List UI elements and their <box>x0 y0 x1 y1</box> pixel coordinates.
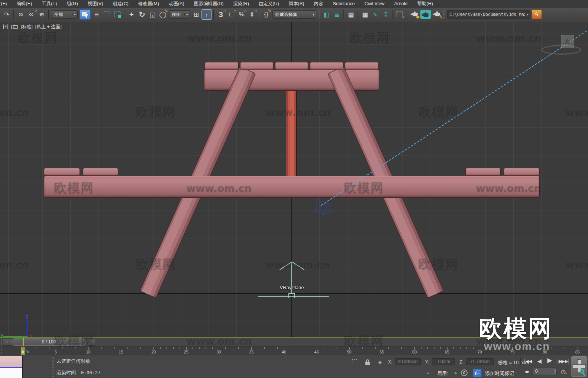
menu-item-12[interactable]: 内容 <box>309 0 328 8</box>
goto-end-button[interactable]: ▶▶| <box>560 357 571 366</box>
menu-item-3[interactable]: 组(G) <box>62 0 83 8</box>
window-crossing-toggle-icon[interactable] <box>112 9 123 20</box>
below-ground-shade <box>0 294 588 337</box>
viewcube[interactable]: 左 <box>561 35 574 48</box>
render-production-icon[interactable]: ϟ <box>431 9 442 20</box>
snaps-toggle-3d-icon[interactable]: 3∩ <box>216 9 226 20</box>
coord-z-field[interactable]: 71.739cm <box>466 358 494 365</box>
align-icon[interactable]: ≣ <box>332 9 342 20</box>
use-pivot-point-center-icon[interactable]: ⊞ <box>191 9 201 20</box>
isolate-selection-button[interactable] <box>351 358 359 366</box>
select-by-name-icon[interactable]: ≡ <box>91 9 102 20</box>
menu-item-15[interactable]: Arnold <box>389 0 412 8</box>
ribbon-toggle-icon[interactable]: ▦ <box>360 9 370 20</box>
time-configuration-button[interactable]: ◷* <box>559 367 569 376</box>
viewport-general-menu[interactable]: [+] <box>3 24 8 30</box>
coord-y-field[interactable]: -0.0cm <box>432 358 455 365</box>
rendered-frame-window-icon[interactable] <box>420 10 431 19</box>
current-frame-field[interactable]: 0 ▴▾ <box>533 368 557 375</box>
viewport-pov-menu[interactable]: [左] <box>11 24 18 30</box>
zero-badge[interactable]: 0 <box>461 369 468 376</box>
set-key-button[interactable] <box>571 356 587 377</box>
select-and-place-icon[interactable]: ◯✎ <box>158 9 168 20</box>
ruler-tick <box>225 347 226 349</box>
render-time-value: 0:00:27 <box>81 370 101 375</box>
ruler-tick <box>330 347 330 349</box>
edit-named-selection-sets-icon[interactable]: {}✎ <box>261 9 271 20</box>
menu-item-16[interactable]: 帮助(H) <box>413 0 438 8</box>
schematic-view-icon[interactable]: ↧ <box>381 9 391 20</box>
play-button[interactable]: ▶ <box>545 356 555 365</box>
goto-start-button[interactable]: |◀◀ <box>523 357 534 366</box>
select-object-button[interactable] <box>80 9 91 20</box>
menu-item-11[interactable]: 脚本(S) <box>284 0 309 8</box>
mirror-icon[interactable]: ◧ <box>321 9 332 20</box>
toolbar-separator <box>392 10 393 19</box>
menu-item-8[interactable]: 图形编辑器(D) <box>189 0 229 8</box>
bind-to-space-warp-icon[interactable]: ≋ <box>36 9 47 20</box>
named-selection-sets-dropdown[interactable]: 创建选择集▾ <box>272 10 316 19</box>
select-and-scale-icon[interactable]: ◱ <box>147 9 158 20</box>
frame-spinner[interactable]: ▴▾ <box>554 368 556 375</box>
macro-recorder-pane[interactable] <box>0 356 22 367</box>
menu-item-5[interactable]: 创建(C) <box>108 0 133 8</box>
menu-item-14[interactable]: Civil View <box>359 0 389 8</box>
select-and-manipulate-icon[interactable]: ↑ <box>201 9 212 20</box>
menu-item-13[interactable]: Substance <box>328 0 359 8</box>
ruler-tick <box>193 347 193 349</box>
menu-item-4[interactable]: 视图(V) <box>83 0 108 8</box>
menu-item-2[interactable]: 工具(T) <box>37 0 62 8</box>
coord-x-field[interactable]: 20.306cm <box>395 358 421 365</box>
menu-item-0[interactable]: 件(F) <box>0 0 12 8</box>
layer-explorer-icon[interactable]: ▤ <box>346 9 356 20</box>
viewport-left-view[interactable]: [+] [左] [标准] [粘土 + 边面] <box>0 22 588 337</box>
menu-item-6[interactable]: 修改器(M) <box>133 0 164 8</box>
absolute-mode-toggle[interactable]: ◈ <box>376 358 384 366</box>
previous-frame-button[interactable]: ◀| <box>535 357 544 366</box>
select-and-move-icon[interactable]: + <box>126 9 137 20</box>
previous-frame-arrow-button[interactable]: ‹ <box>3 338 11 346</box>
select-and-rotate-icon[interactable]: ↻ <box>137 9 147 20</box>
project-folder-field[interactable]: C:\Users\Han\Documents\3ds Max 2022▾ <box>447 10 530 19</box>
menu-item-1[interactable]: 编辑(E) <box>12 0 37 8</box>
unlink-selection-icon[interactable]: ∞∕ <box>26 9 36 20</box>
workspaces-icon[interactable]: ϟ <box>532 10 542 19</box>
reference-coordinate-system-dropdown[interactable]: 视图▾ <box>169 10 190 19</box>
time-tag-icon[interactable]: ◔ <box>426 370 429 377</box>
menu-item-7[interactable]: 动画(A) <box>164 0 189 8</box>
maxscript-mini-listener[interactable] <box>0 356 23 378</box>
ruler-label-15: 15 <box>119 350 123 354</box>
ruler-tick <box>186 347 187 350</box>
ruler-label-30: 30 <box>216 350 221 354</box>
ruler-tick <box>493 347 493 349</box>
curve-editor-icon[interactable]: ∿ <box>370 9 381 20</box>
viewport-shading-menu[interactable]: [粘土 + 边面] <box>35 24 62 30</box>
selection-filter-dropdown[interactable]: 全部▾ <box>52 10 78 19</box>
row-grip <box>1 348 2 355</box>
menu-item-9[interactable]: 渲染(R) <box>228 0 253 8</box>
vray-plane-base <box>288 293 295 298</box>
key-mode-toggle[interactable]: ◀▶ <box>523 367 532 376</box>
angle-snap-toggle-icon[interactable]: ∟∩ <box>226 9 236 20</box>
selection-lock-toggle[interactable] <box>364 358 372 366</box>
next-frame-arrow-button[interactable]: › <box>88 338 96 346</box>
viewport-standard-menu[interactable]: [标准] <box>21 24 33 30</box>
isolate-selection-toggle-icon[interactable]: × <box>395 9 405 20</box>
ruler-tick <box>258 347 258 349</box>
track-bar[interactable]: ≣ ∿ 0510152025303540455055606570758085 <box>0 346 588 355</box>
redo-icon[interactable]: ↷ <box>1 9 12 20</box>
spinner-snap-toggle-icon[interactable]: ⇕∩ <box>247 9 257 20</box>
render-setup-icon[interactable]: ✱ <box>409 9 420 20</box>
ruler-tick <box>414 347 415 350</box>
bench-plank-right <box>465 168 501 176</box>
add-time-tag-label[interactable]: 添加时间标记 <box>485 370 514 377</box>
menu-item-10[interactable]: 自定义(U) <box>254 0 284 8</box>
time-tag-cube-button[interactable] <box>473 369 482 377</box>
ruler-tick <box>460 347 461 349</box>
coord-x-label: X: <box>388 359 392 365</box>
ruler-label-50: 50 <box>347 350 351 354</box>
percent-snap-toggle-icon[interactable]: %∩ <box>236 9 247 20</box>
rectangular-selection-region-icon[interactable] <box>102 9 112 20</box>
select-and-link-icon[interactable]: ∞ <box>16 9 26 20</box>
scripting-pane[interactable] <box>0 367 22 378</box>
